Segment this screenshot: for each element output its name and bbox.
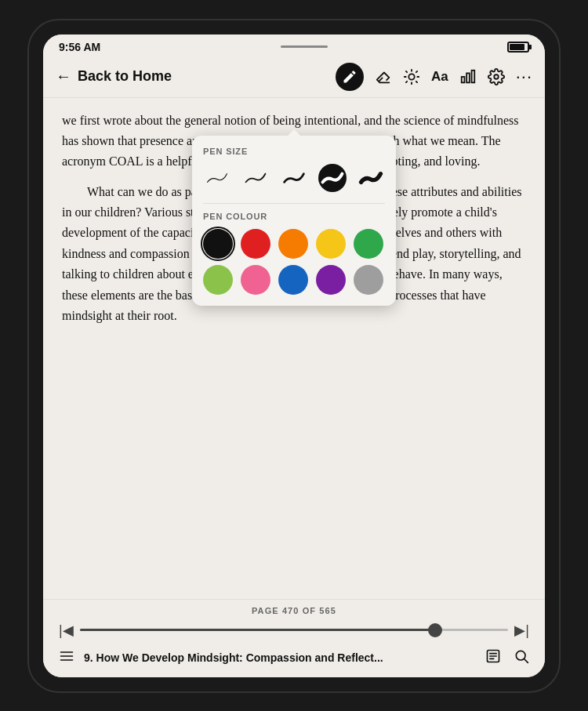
- color-grid: [203, 229, 385, 295]
- pen-size-sm[interactable]: [241, 164, 270, 192]
- brightness-button[interactable]: [403, 68, 420, 85]
- device-screen: 9:56 AM ← Back to Home: [43, 34, 545, 677]
- svg-rect-11: [471, 70, 474, 82]
- popup-divider: [203, 203, 385, 204]
- color-black[interactable]: [203, 229, 233, 259]
- progress-bar-container: |◀ ▶|: [59, 622, 529, 639]
- color-green[interactable]: [354, 229, 383, 259]
- back-arrow-icon[interactable]: ←: [56, 67, 71, 85]
- color-orange[interactable]: [278, 229, 308, 259]
- nav-title: Back to Home: [78, 68, 172, 85]
- color-lime[interactable]: [203, 265, 233, 295]
- svg-line-3: [406, 71, 407, 71]
- bottom-bar: PAGE 470 OF 565 |◀ ▶|: [43, 599, 545, 677]
- status-right: [507, 42, 529, 53]
- bottom-nav-right: [485, 648, 529, 668]
- color-red[interactable]: [241, 229, 270, 259]
- color-blue[interactable]: [278, 265, 308, 295]
- page-indicator: PAGE 470 OF 565: [59, 606, 529, 615]
- stats-button[interactable]: [459, 68, 477, 85]
- svg-rect-10: [466, 73, 470, 82]
- search-icon[interactable]: [514, 648, 529, 668]
- pen-tool-button[interactable]: [336, 63, 364, 91]
- svg-line-8: [416, 71, 417, 71]
- status-time: 9:56 AM: [59, 41, 100, 53]
- content-area: we first wrote about the general notion …: [43, 98, 545, 599]
- pen-size-options: [203, 164, 385, 192]
- pen-colour-label: PEN COLOUR: [203, 212, 385, 221]
- progress-thumb[interactable]: [428, 623, 442, 637]
- toc-icon[interactable]: [59, 648, 74, 668]
- next-page-button[interactable]: ▶|: [514, 622, 529, 639]
- progress-track[interactable]: [80, 629, 509, 631]
- color-gray[interactable]: [354, 265, 383, 295]
- pen-options-popup: PEN SIZE: [192, 136, 396, 306]
- settings-button[interactable]: [488, 68, 505, 85]
- svg-rect-9: [461, 77, 464, 82]
- pen-size-md[interactable]: [280, 164, 308, 192]
- prev-page-button[interactable]: |◀: [59, 622, 74, 639]
- notch-line: [281, 45, 328, 48]
- color-purple[interactable]: [316, 265, 346, 295]
- notes-icon[interactable]: [485, 648, 501, 668]
- svg-line-4: [416, 81, 417, 82]
- svg-line-21: [524, 658, 528, 662]
- pen-size-xl[interactable]: [357, 164, 385, 192]
- device-frame: 9:56 AM ← Back to Home: [27, 19, 561, 693]
- pen-icon: [342, 69, 358, 85]
- nav-left: ← Back to Home: [56, 67, 172, 85]
- popup-arrow: [288, 129, 300, 136]
- bottom-nav: 9. How We Develop Mindsight: Compassion …: [59, 645, 529, 671]
- progress-fill: [80, 629, 436, 631]
- color-yellow[interactable]: [316, 229, 346, 259]
- pen-size-lg[interactable]: [318, 164, 347, 192]
- more-options-button[interactable]: ···: [516, 67, 532, 87]
- pen-size-xs[interactable]: [203, 164, 231, 192]
- svg-point-0: [408, 74, 414, 79]
- svg-point-12: [494, 74, 499, 79]
- chapter-title: 9. How We Develop Mindsight: Compassion …: [84, 651, 383, 664]
- battery-fill: [510, 44, 524, 50]
- nav-bar: ← Back to Home: [43, 56, 545, 98]
- font-settings-button[interactable]: Aa: [431, 69, 448, 85]
- status-bar: 9:56 AM: [43, 34, 545, 56]
- color-pink[interactable]: [241, 265, 270, 295]
- bottom-nav-left: 9. How We Develop Mindsight: Compassion …: [59, 648, 383, 668]
- nav-right: Aa ···: [336, 63, 532, 91]
- svg-line-7: [406, 81, 407, 82]
- pen-size-label: PEN SIZE: [203, 147, 385, 156]
- eraser-tool-button[interactable]: [375, 68, 392, 85]
- battery-icon: [507, 42, 529, 53]
